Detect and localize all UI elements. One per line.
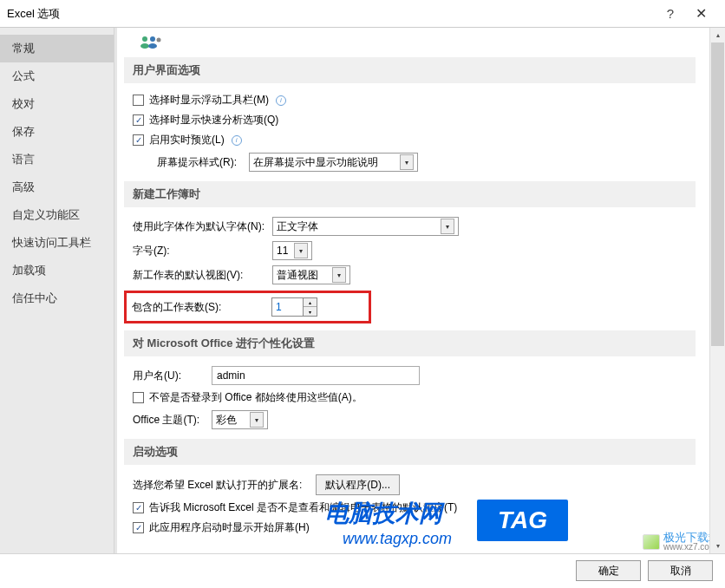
- sidebar-item-addins[interactable]: 加载项: [0, 257, 114, 284]
- people-icon: [140, 35, 162, 49]
- svg-point-3: [148, 43, 157, 49]
- label-font-size: 字号(Z):: [133, 244, 267, 258]
- sheet-count-value[interactable]: 1: [272, 298, 303, 316]
- spinner-up[interactable]: ▴: [304, 298, 317, 307]
- view-value: 普通视图: [277, 268, 329, 283]
- select-office-theme[interactable]: 彩色 ▾: [212, 410, 268, 429]
- svg-point-2: [150, 36, 155, 42]
- checkbox-start-screen[interactable]: [133, 522, 144, 533]
- scrollbar[interactable]: ▴ ▾: [709, 28, 725, 553]
- close-button[interactable]: ✕: [683, 5, 718, 22]
- spinner-sheet-count[interactable]: 1 ▴ ▾: [271, 297, 317, 317]
- window-title: Excel 选项: [7, 6, 657, 22]
- sidebar: 常规 公式 校对 保存 语言 高级 自定义功能区 快速访问工具栏 加载项 信任中…: [0, 28, 114, 553]
- checkbox-quick-analysis[interactable]: [133, 114, 144, 126]
- scroll-thumb[interactable]: [711, 42, 724, 346]
- checkbox-mini-toolbar[interactable]: [133, 95, 144, 106]
- chevron-down-icon: ▾: [400, 154, 414, 170]
- sidebar-item-general[interactable]: 常规: [0, 35, 114, 62]
- label-tell-me: 告诉我 Microsoft Excel 是否不是查看和编辑电子表格的默认程序(T…: [149, 500, 457, 515]
- sidebar-item-trust-center[interactable]: 信任中心: [0, 284, 114, 312]
- size-value: 11: [277, 245, 291, 257]
- cancel-button[interactable]: 取消: [648, 560, 713, 581]
- spinner-down[interactable]: ▾: [304, 307, 317, 316]
- sidebar-item-quick-access[interactable]: 快速访问工具栏: [0, 229, 114, 257]
- content-panel: 用户界面选项 选择时显示浮动工具栏(M) 选择时显示快速分析选项(Q) 启用实时…: [117, 28, 725, 553]
- label-extensions: 选择您希望 Excel 默认打开的扩展名:: [133, 478, 302, 493]
- select-screentip-style[interactable]: 在屏幕提示中显示功能说明 ▾: [249, 153, 418, 172]
- scroll-down-icon[interactable]: ▾: [710, 539, 725, 553]
- highlight-box: 包含的工作表数(S): 1 ▴ ▾: [124, 291, 371, 323]
- label-always-use: 不管是否登录到 Office 都始终使用这些值(A)。: [149, 390, 362, 405]
- main-area: 常规 公式 校对 保存 语言 高级 自定义功能区 快速访问工具栏 加载项 信任中…: [0, 28, 725, 554]
- section-personalize: 对 Microsoft Office 进行个性化设置: [124, 330, 696, 356]
- checkbox-tell-me[interactable]: [133, 502, 144, 513]
- select-default-font[interactable]: 正文字体 ▾: [272, 217, 459, 236]
- svg-point-0: [142, 36, 147, 42]
- section-startup: 启动选项: [124, 439, 696, 465]
- screentip-value: 在屏幕提示中显示功能说明: [253, 155, 396, 170]
- label-live-preview: 启用实时预览(L): [149, 133, 225, 147]
- select-font-size[interactable]: 11 ▾: [272, 241, 312, 260]
- section-ui-options: 用户界面选项: [124, 57, 696, 83]
- title-bar: Excel 选项 ? ✕: [0, 0, 725, 28]
- label-username: 用户名(U):: [133, 369, 206, 383]
- theme-value: 彩色: [216, 413, 246, 428]
- scroll-up-icon[interactable]: ▴: [710, 28, 725, 42]
- sidebar-item-customize-ribbon[interactable]: 自定义功能区: [0, 201, 114, 229]
- font-value: 正文字体: [277, 219, 437, 234]
- sidebar-item-advanced[interactable]: 高级: [0, 173, 114, 201]
- button-bar: 确定 取消: [0, 554, 725, 587]
- info-icon[interactable]: [276, 95, 286, 106]
- label-default-font: 使用此字体作为默认字体(N):: [133, 219, 267, 234]
- label-start-screen: 此应用程序启动时显示开始屏幕(H): [149, 520, 310, 535]
- info-icon[interactable]: [232, 135, 242, 146]
- checkbox-live-preview[interactable]: [133, 134, 144, 146]
- section-new-workbook: 新建工作簿时: [124, 181, 696, 207]
- sidebar-item-save[interactable]: 保存: [0, 118, 114, 146]
- chevron-down-icon: ▾: [332, 267, 346, 283]
- sidebar-item-proofing[interactable]: 校对: [0, 90, 114, 118]
- label-theme: Office 主题(T):: [133, 413, 206, 428]
- checkbox-always-use[interactable]: [133, 392, 144, 403]
- svg-point-4: [157, 38, 161, 42]
- label-sheet-count: 包含的工作表数(S):: [132, 300, 266, 315]
- chevron-down-icon: ▾: [250, 412, 264, 428]
- button-default-programs[interactable]: 默认程序(D)...: [316, 474, 400, 495]
- ok-button[interactable]: 确定: [576, 560, 641, 581]
- sidebar-item-language[interactable]: 语言: [0, 146, 114, 173]
- svg-point-1: [140, 43, 149, 49]
- chevron-down-icon: ▾: [294, 243, 308, 258]
- label-screentip: 屏幕提示样式(R):: [157, 155, 237, 170]
- label-mini-toolbar: 选择时显示浮动工具栏(M): [149, 93, 269, 108]
- label-quick-analysis: 选择时显示快速分析选项(Q): [149, 113, 278, 127]
- username-value: admin: [217, 369, 245, 382]
- help-button[interactable]: ?: [657, 6, 683, 21]
- sidebar-item-formulas[interactable]: 公式: [0, 62, 114, 90]
- label-default-view: 新工作表的默认视图(V):: [133, 268, 267, 283]
- chevron-down-icon: ▾: [441, 219, 454, 234]
- select-default-view[interactable]: 普通视图 ▾: [272, 265, 350, 284]
- input-username[interactable]: admin: [212, 366, 420, 385]
